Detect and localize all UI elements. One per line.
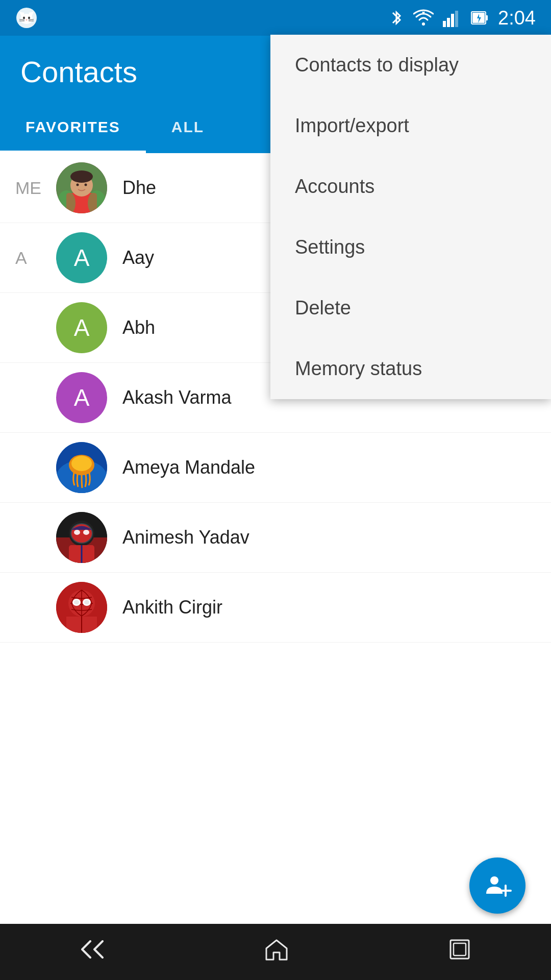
dropdown-menu: Contacts to display Import/export Accoun… — [270, 35, 551, 399]
menu-item-delete[interactable]: Delete — [270, 278, 551, 338]
menu-item-memory-status[interactable]: Memory status — [270, 338, 551, 399]
menu-item-accounts[interactable]: Accounts — [270, 156, 551, 217]
menu-item-import-export[interactable]: Import/export — [270, 95, 551, 156]
menu-item-settings[interactable]: Settings — [270, 217, 551, 278]
menu-item-contacts-to-display[interactable]: Contacts to display — [270, 35, 551, 95]
